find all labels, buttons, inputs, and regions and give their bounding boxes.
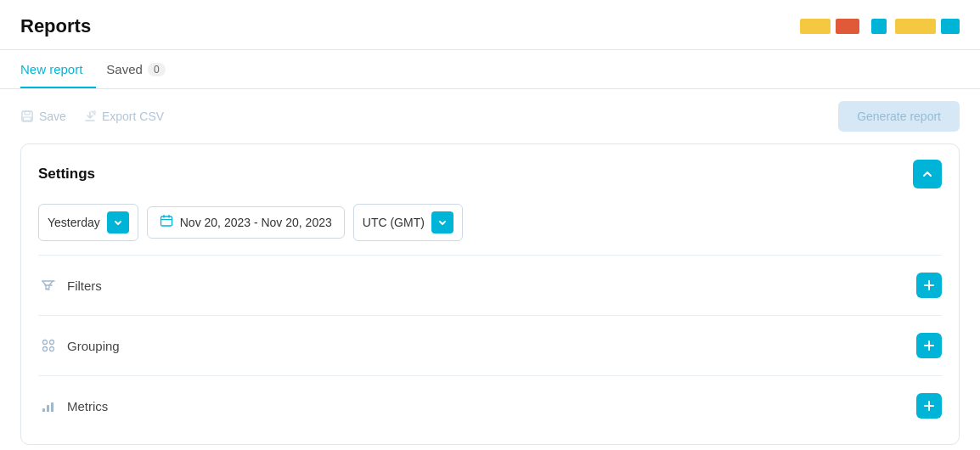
page-header: Reports	[0, 0, 980, 50]
date-range-picker[interactable]: Nov 20, 2023 - Nov 20, 2023	[147, 206, 345, 239]
svg-point-6	[43, 347, 48, 352]
grouping-label: Grouping	[67, 339, 908, 353]
save-icon	[20, 110, 34, 123]
grouping-icon	[38, 338, 59, 353]
add-metrics-button[interactable]	[916, 393, 942, 419]
svg-rect-9	[47, 405, 49, 412]
settings-card: Settings Yesterday Nov	[20, 143, 960, 445]
calendar-icon	[160, 214, 173, 231]
timezone-chevron	[431, 211, 453, 233]
tab-new-report[interactable]: New report	[20, 50, 96, 88]
date-row: Yesterday Nov 20, 2023 - Nov 20, 2023 UT…	[38, 204, 942, 241]
svg-rect-10	[51, 402, 54, 412]
svg-point-7	[50, 347, 54, 352]
divider-metrics	[38, 375, 942, 376]
toolbar-left: Save Export CSV	[20, 110, 164, 123]
filters-label: Filters	[67, 278, 908, 293]
toolbar: Save Export CSV Generate report	[0, 89, 980, 143]
timezone-dropdown[interactable]: UTC (GMT)	[353, 204, 463, 241]
export-csv-button[interactable]: Export CSV	[83, 110, 164, 123]
generate-report-button[interactable]: Generate report	[838, 101, 960, 132]
metrics-icon	[38, 398, 59, 413]
svg-point-5	[50, 340, 54, 345]
metrics-row: Metrics	[38, 385, 942, 427]
svg-rect-3	[161, 217, 172, 226]
page-title: Reports	[20, 15, 91, 37]
date-preset-dropdown[interactable]: Yesterday	[38, 204, 138, 241]
svg-point-4	[43, 340, 48, 345]
logo-block-2	[836, 19, 859, 34]
date-preset-chevron	[107, 211, 129, 233]
settings-title: Settings	[38, 166, 95, 183]
add-grouping-button[interactable]	[916, 333, 942, 358]
add-filter-button[interactable]	[916, 273, 942, 298]
settings-header: Settings	[38, 160, 942, 188]
filters-row: Filters	[38, 264, 942, 307]
export-icon	[83, 110, 97, 123]
filter-icon	[38, 278, 59, 293]
logo-block-1	[800, 19, 831, 34]
tabs-bar: New report Saved 0	[0, 50, 980, 89]
save-button[interactable]: Save	[20, 110, 66, 123]
collapse-settings-button[interactable]	[913, 160, 942, 188]
tab-saved[interactable]: Saved 0	[106, 50, 178, 88]
grouping-row: Grouping	[38, 324, 942, 367]
metrics-label: Metrics	[67, 399, 908, 413]
divider-filters	[38, 255, 942, 256]
logo	[800, 19, 960, 34]
logo-block-5	[941, 19, 960, 34]
chevron-up-icon	[921, 167, 934, 181]
logo-block-4	[895, 19, 936, 34]
svg-rect-8	[42, 408, 45, 412]
svg-rect-2	[24, 117, 31, 121]
divider-grouping	[38, 315, 942, 316]
logo-block-3	[871, 19, 887, 34]
saved-badge: 0	[148, 63, 166, 76]
